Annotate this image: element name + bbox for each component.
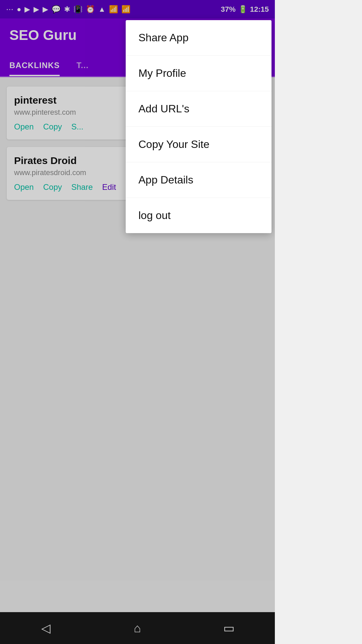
menu-item-share-app[interactable]: Share App <box>126 20 272 56</box>
dropdown-menu: Share App My Profile Add URL's Copy Your… <box>126 20 272 233</box>
menu-item-my-profile[interactable]: My Profile <box>126 56 272 91</box>
menu-item-app-details[interactable]: App Details <box>126 162 272 198</box>
menu-item-copy-your-site[interactable]: Copy Your Site <box>126 127 272 162</box>
menu-item-log-out[interactable]: log out <box>126 198 272 233</box>
menu-item-add-urls[interactable]: Add URL's <box>126 91 272 127</box>
